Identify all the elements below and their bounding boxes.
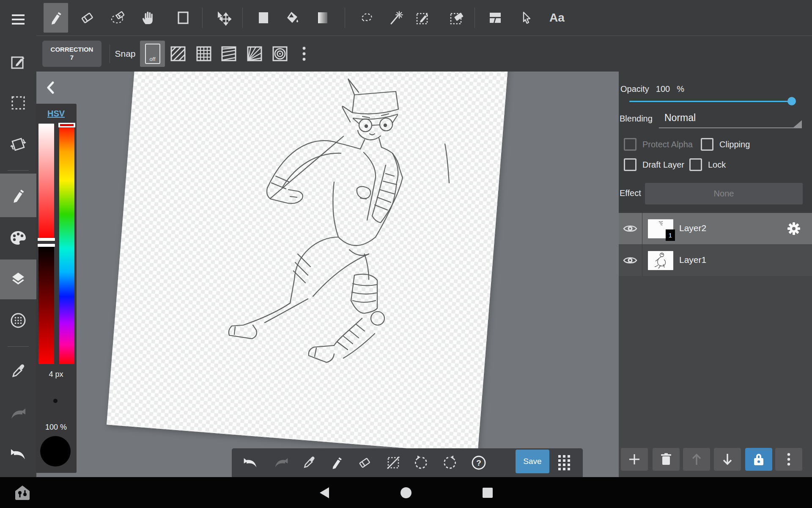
materials-button[interactable] [5, 308, 31, 333]
layer1-thumbnail[interactable] [648, 251, 673, 270]
layer2-settings-button[interactable] [785, 220, 803, 237]
opacity-slider-track[interactable] [629, 101, 794, 102]
deselect-icon [386, 456, 401, 470]
redo-button[interactable] [269, 451, 293, 475]
canvas-eraser-button[interactable] [353, 451, 376, 475]
snap-vanishing-point-button[interactable] [216, 41, 241, 67]
snap-radial-button[interactable] [242, 41, 267, 67]
add-layer-button[interactable] [621, 448, 648, 471]
move-layer-down-button[interactable] [714, 448, 741, 471]
edit-canvas-button[interactable] [5, 50, 31, 75]
lasso-select-tool-button[interactable] [354, 3, 379, 33]
android-back-button[interactable] [312, 482, 337, 503]
blending-label: Blending [620, 114, 653, 124]
canvas-eyedropper-button[interactable] [297, 451, 321, 475]
rotate-cw-button[interactable] [438, 451, 462, 475]
layer2-thumbnail[interactable]: 1 [648, 219, 673, 238]
sidebar-undo-button[interactable] [5, 442, 31, 467]
lock-layer-button[interactable] [745, 448, 772, 471]
panel-divide-tool-button[interactable] [483, 3, 508, 33]
draft-layer-option[interactable]: Draft Layer [624, 158, 684, 171]
layer-row-layer2[interactable]: 1 Layer2 [619, 213, 812, 244]
app-shortcut-icon[interactable] [11, 482, 34, 503]
fill-bucket-tool-button[interactable] [280, 3, 305, 33]
rect-select-tool-button[interactable] [171, 3, 195, 33]
correction-value: 7 [70, 54, 74, 62]
collapse-color-panel-button[interactable] [41, 78, 60, 97]
select-marquee-button[interactable] [5, 90, 31, 116]
protect-alpha-checkbox[interactable] [624, 138, 636, 151]
canvas-area[interactable]: HSV 4 px 100 % [36, 72, 619, 477]
clipping-option[interactable]: Clipping [701, 138, 750, 151]
correction-button[interactable]: CORRECTION 7 [42, 41, 102, 67]
rotate-ccw-button[interactable] [409, 451, 433, 475]
help-button[interactable]: ? [467, 451, 491, 475]
hue-bar[interactable] [59, 123, 74, 364]
menu-button[interactable] [5, 7, 31, 32]
snap-grid-button[interactable] [191, 41, 216, 67]
sidebar-pen-button[interactable] [5, 183, 31, 208]
transform-move-tool-button[interactable] [211, 3, 235, 33]
gradient-tool-button[interactable] [310, 3, 335, 33]
save-button-label: Save [523, 457, 541, 466]
canvas-pen-button[interactable] [325, 451, 348, 475]
brush-size-dot-preview [53, 399, 58, 403]
layers-panel-button[interactable] [5, 267, 31, 292]
effect-button[interactable]: None [645, 183, 803, 204]
clipping-checkbox[interactable] [701, 138, 713, 151]
undo-icon [243, 456, 258, 469]
protect-alpha-label: Protect Alpha [642, 140, 693, 149]
eraser-lasso-tool-button[interactable] [105, 3, 130, 33]
cursor-tool-button[interactable] [514, 3, 539, 33]
hand-tool-button[interactable] [136, 3, 160, 33]
lasso-icon [359, 11, 374, 25]
eyedropper-button[interactable] [5, 359, 31, 384]
move-layer-up-button[interactable] [683, 448, 710, 471]
lock-option[interactable]: Lock [689, 158, 726, 171]
snap-concentric-button[interactable] [267, 41, 292, 67]
layer1-visibility-toggle[interactable] [620, 251, 640, 269]
android-home-button[interactable] [393, 482, 419, 503]
blending-select[interactable]: Normal [659, 111, 803, 128]
rect-select-icon [176, 10, 190, 25]
sidebar-divider [8, 346, 29, 347]
snap-off-button[interactable]: off [140, 41, 165, 67]
draft-layer-checkbox[interactable] [624, 158, 636, 171]
text-tool-button[interactable]: Aa [545, 3, 569, 33]
pen-tool-button[interactable] [44, 3, 68, 33]
palette-button[interactable] [5, 225, 31, 251]
brush-opacity-value[interactable]: 100 % [36, 423, 77, 432]
opacity-slider-handle[interactable] [787, 97, 796, 105]
protect-alpha-option[interactable]: Protect Alpha [624, 138, 693, 151]
brush-size-value[interactable]: 4 px [36, 370, 77, 379]
layer2-visibility-toggle[interactable] [620, 220, 640, 237]
save-button[interactable]: Save [516, 450, 549, 473]
value-handle[interactable] [38, 244, 55, 247]
select-pen-tool-button[interactable] [411, 3, 435, 33]
layer-row-layer1[interactable]: Layer1 [619, 245, 812, 276]
layer-menu-button[interactable] [775, 448, 802, 471]
value-bar[interactable] [38, 245, 54, 364]
saturation-bar[interactable] [38, 124, 54, 240]
undo-button[interactable] [239, 451, 262, 475]
android-recents-button[interactable] [475, 482, 500, 503]
select-eraser-tool-button[interactable] [444, 3, 469, 33]
snap-parallel-button[interactable] [165, 41, 190, 67]
sidebar-redo-button[interactable] [5, 401, 31, 426]
opacity-label: Opacity [620, 84, 649, 94]
deselect-button[interactable] [381, 451, 405, 475]
sub-toolbar-more-button[interactable] [294, 41, 314, 67]
color-mode-link[interactable]: HSV [36, 107, 77, 120]
materials-grid-button[interactable] [552, 451, 576, 475]
fill-rect-tool-button[interactable] [251, 3, 276, 33]
magic-wand-tool-button[interactable] [384, 3, 409, 33]
current-color-swatch[interactable] [40, 436, 71, 467]
eyedropper-icon [11, 364, 26, 379]
eraser-tool-button[interactable] [75, 3, 99, 33]
rotate-canvas-button[interactable] [5, 132, 31, 157]
hue-handle[interactable] [58, 123, 75, 127]
saturation-handle[interactable] [38, 238, 55, 241]
delete-layer-button[interactable] [653, 448, 680, 471]
more-vertical-icon [302, 47, 306, 61]
lock-checkbox[interactable] [689, 158, 702, 171]
